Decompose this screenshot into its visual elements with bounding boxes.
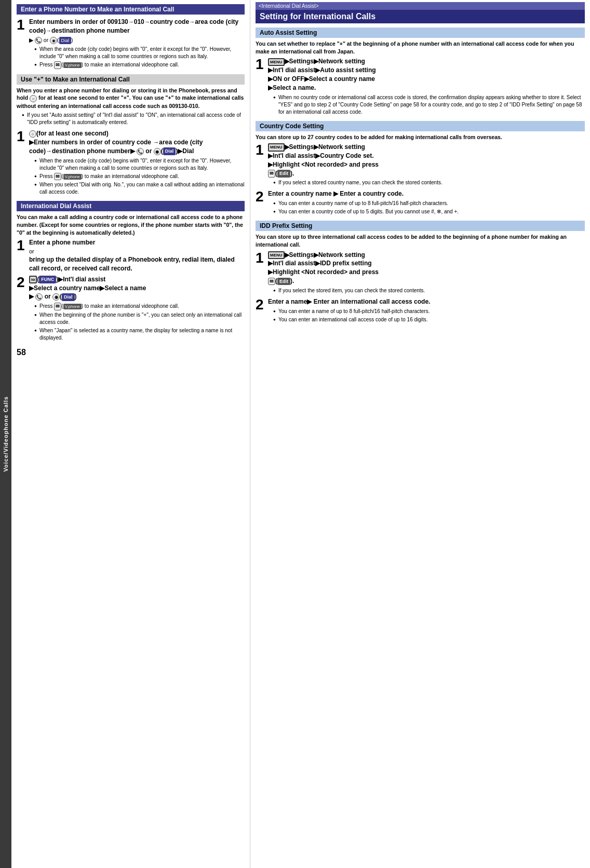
dial-badge: Dial — [59, 37, 72, 45]
country-code-step2: 2 Enter a country name ▶ Enter a country… — [256, 189, 585, 216]
step-1: 1 Enter numbers in order of 009130→010→c… — [17, 18, 245, 70]
idd-prefix-step2-bullets: You can enter a name of up to 8 full-pit… — [273, 308, 585, 323]
circle-dial-icon-3: ◉ — [52, 293, 60, 301]
auto-assist-step1-content: MENU▶Settings▶Network setting ▶Int'l dia… — [268, 57, 585, 116]
use-plus-header: Use "+" to Make an International Call — [17, 74, 245, 85]
vphone-badge-3: V.phone — [63, 304, 82, 309]
auto-assist-step1-number: 1 — [256, 57, 266, 72]
send-icon-2: 📞 — [137, 148, 144, 155]
step-2-content: iα(FUNC)▶Int'l dial assist ▶Select a cou… — [29, 275, 245, 343]
idd-prefix-step1: 1 MENU▶Settings▶Network setting ▶Int'l d… — [256, 251, 585, 295]
step-2-title: iα(FUNC)▶Int'l dial assist ▶Select a cou… — [29, 275, 245, 301]
circle-dial-icon-2: ◉ — [154, 148, 161, 155]
country-code-step2-bullets: You can enter a country name of up to 8 … — [273, 200, 585, 215]
idd-prefix-step1-content: MENU▶Settings▶Network setting ▶Int'l dia… — [268, 251, 585, 295]
country-code-step1-content: MENU▶Settings▶Network setting ▶Int'l dia… — [268, 143, 585, 187]
press-icon-5: ✉ — [268, 278, 275, 286]
step-2-number: 2 — [17, 275, 27, 290]
press-icon-3: ✉ — [54, 303, 61, 310]
step-1-icons: ▶ 📞 or ◉(Dial) — [29, 36, 245, 45]
idd-prefix-step2-bullet-1: You can enter a name of up to 8 full-pit… — [273, 308, 585, 315]
country-code-step2-number: 2 — [256, 189, 266, 204]
step-1-bullets: When the area code (city code) begins wi… — [34, 46, 245, 69]
step-2-bullet-2: When the beginning of the phone number i… — [34, 311, 245, 326]
use-plus-bullet: If you set "Auto assist setting" of "Int… — [22, 112, 245, 126]
step-1b-title: ○(for at least one second) ▶Enter number… — [29, 129, 245, 155]
step-2-bullet-1: Press ✉(V.phone) to make an internationa… — [34, 303, 245, 310]
step-1c-title-b: bring up the detailed display of a Phone… — [29, 255, 245, 273]
country-code-step1-number: 1 — [256, 143, 266, 157]
auto-assist-step1: 1 MENU▶Settings▶Network setting ▶Int'l d… — [256, 57, 585, 116]
use-plus-body: When you enter a phone number for dialin… — [17, 87, 245, 110]
country-code-bullet: If you select a stored country name, you… — [273, 179, 585, 186]
step-1b-bullet-2: Press ✉(V.phone) to make an internationa… — [34, 173, 245, 181]
country-code-step2-bullet-1: You can enter a country name of up to 8 … — [273, 200, 585, 207]
auto-assist-step1-bullets: When no country code or international ca… — [273, 94, 585, 116]
bullet-2: Press ✉(V.phone) to make an internationa… — [34, 61, 245, 69]
idd-prefix-step1-items: MENU▶Settings▶Network setting ▶Int'l dia… — [268, 251, 585, 286]
func-badge: FUNC — [39, 276, 56, 283]
bullet-1: When the area code (city code) begins wi… — [34, 46, 245, 60]
menu-icon-2: MENU — [268, 143, 285, 151]
dial-badge-2: Dial — [163, 147, 176, 155]
step-1b-bullet-1: When the area code (city code) begins wi… — [34, 157, 245, 172]
edit-badge-2: Edit — [277, 278, 290, 286]
step-2-bullets: Press ✉(V.phone) to make an internationa… — [34, 303, 245, 342]
step-1b: 1 ○(for at least one second) ▶Enter numb… — [17, 129, 245, 197]
press-icon: ✉ — [54, 61, 61, 69]
dial-badge-3: Dial — [62, 293, 75, 301]
step-1c-title-a: Enter a phone number — [29, 238, 245, 247]
idd-prefix-step2-title: Enter a name▶ Enter an international cal… — [268, 297, 585, 306]
step-1c-number: 1 — [17, 238, 27, 253]
step-1c-content: Enter a phone number or bring up the det… — [29, 238, 245, 273]
step-1-content: Enter numbers in order of 009130→010→cou… — [29, 18, 245, 70]
vphone-badge: V.phone — [63, 62, 82, 68]
sidebar-label: Voice/Videophone Calls — [3, 396, 9, 472]
country-code-step2-content: Enter a country name ▶ Enter a country c… — [268, 189, 585, 216]
step-1b-bullets: When the area code (city code) begins wi… — [34, 157, 245, 196]
send-icon-3: 📞 — [35, 293, 43, 301]
idd-prefix-step2-content: Enter a name▶ Enter an international cal… — [268, 297, 585, 324]
sidebar: Voice/Videophone Calls — [0, 0, 11, 868]
idd-prefix-step1-number: 1 — [256, 251, 266, 265]
send-icon: 📞 — [35, 37, 42, 44]
country-code-header: Country Code Setting — [256, 121, 585, 131]
main-content: Enter a Phone Number to Make an Internat… — [11, 0, 590, 868]
circle-dial-icon: ◉ — [50, 37, 57, 44]
auto-assist-header: Auto Assist Setting — [256, 28, 585, 38]
step-1-number: 1 — [17, 18, 27, 32]
step-2: 2 iα(FUNC)▶Int'l dial assist ▶Select a c… — [17, 275, 245, 343]
right-top-label: <International Dial Assist> — [256, 2, 585, 10]
idd-prefix-header: IDD Prefix Setting — [256, 221, 585, 231]
step-1b-number: 1 — [17, 129, 27, 144]
left-column: Enter a Phone Number to Make an Internat… — [11, 0, 250, 868]
hold-circle-icon: ○ — [29, 130, 36, 138]
press-icon-4: ✉ — [268, 170, 275, 178]
menu-icon-3: MENU — [268, 251, 285, 259]
press-icon-2: ✉ — [54, 173, 61, 181]
idd-prefix-bullet: If you select the stored item, you can c… — [273, 287, 585, 294]
auto-assist-body: You can set whether to replace "+" at th… — [256, 40, 585, 55]
intl-dial-header: International Dial Assist — [17, 201, 245, 211]
idd-prefix-step2-bullet-2: You can enter an international call acce… — [273, 316, 585, 323]
step-2-bullet-3: When "Japan" is selected as a country na… — [34, 327, 245, 342]
func-menu-icon: iα — [29, 276, 37, 283]
intl-dial-body: You can make a call adding a country cod… — [17, 213, 245, 236]
right-main-header: Setting for International Calls — [256, 10, 585, 23]
page-number: 58 — [17, 348, 245, 357]
idd-prefix-body: You can store up to three international … — [256, 233, 585, 248]
hold-icon: ○ — [30, 95, 37, 102]
step-1-title: Enter numbers in order of 009130→010→cou… — [29, 18, 245, 35]
vphone-badge-2: V.phone — [63, 174, 82, 180]
country-code-body: You can store up to 27 country codes to … — [256, 133, 585, 141]
country-code-step1: 1 MENU▶Settings▶Network setting ▶Int'l d… — [256, 143, 585, 187]
use-plus-bullets: If you set "Auto assist setting" of "Int… — [22, 112, 245, 126]
edit-badge: Edit — [277, 170, 290, 178]
main-header: Enter a Phone Number to Make an Internat… — [17, 4, 245, 15]
country-code-step1-items: MENU▶Settings▶Network setting ▶Int'l dia… — [268, 143, 585, 178]
auto-assist-step1-items: MENU▶Settings▶Network setting ▶Int'l dia… — [268, 57, 585, 92]
step-1c-or: or — [29, 248, 245, 254]
country-code-step2-title: Enter a country name ▶ Enter a country c… — [268, 189, 585, 198]
step-1b-bullet-3: When you select "Dial with orig. No.", y… — [34, 181, 245, 196]
step-1b-content: ○(for at least one second) ▶Enter number… — [29, 129, 245, 197]
